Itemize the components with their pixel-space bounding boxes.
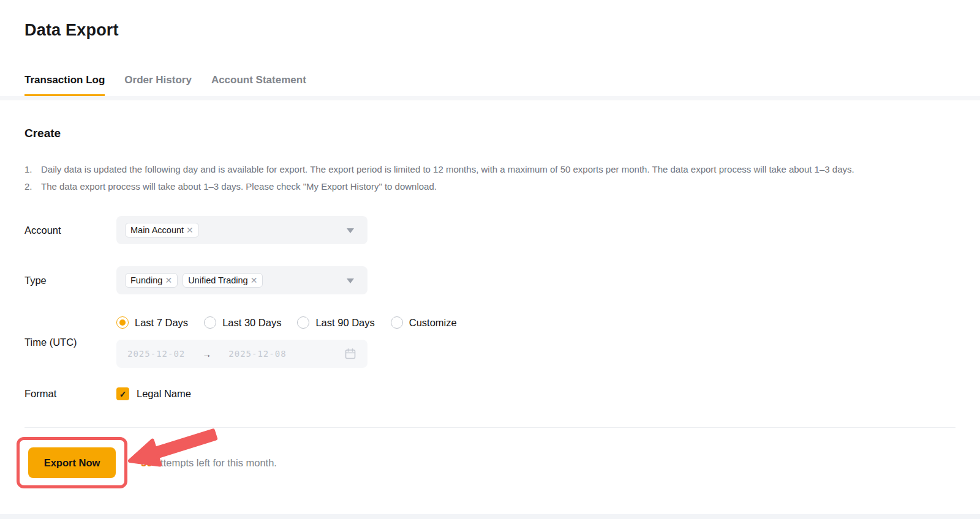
time-controls: Last 7 Days Last 30 Days Last 90 Days Cu… (116, 316, 457, 368)
note-number: 1. (24, 161, 41, 178)
tab-bar: Transaction Log Order History Account St… (24, 74, 956, 96)
caret-down-icon (347, 278, 354, 283)
note-text: Daily data is updated the following day … (41, 161, 854, 178)
page-title: Data Export (24, 21, 956, 40)
tab-transaction-log[interactable]: Transaction Log (24, 74, 105, 96)
tab-account-statement[interactable]: Account Statement (211, 74, 306, 96)
legal-name-checkbox[interactable]: ✓ (116, 387, 129, 400)
type-label: Type (24, 275, 116, 286)
radio-customize[interactable]: Customize (391, 316, 457, 329)
time-range-options: Last 7 Days Last 30 Days Last 90 Days Cu… (116, 316, 457, 329)
type-row: Type Funding ✕ Unified Trading ✕ (24, 266, 956, 294)
format-label: Format (24, 388, 116, 400)
radio-selected-icon (116, 316, 129, 329)
checkmark-icon: ✓ (119, 389, 127, 399)
type-tag: Unified Trading ✕ (183, 273, 263, 288)
format-control: ✓ Legal Name (116, 387, 191, 400)
page-bottom-strip (0, 514, 980, 519)
time-row: Time (UTC) Last 7 Days Last 30 Days Last… (24, 316, 956, 368)
note-item: 1. Daily data is updated the following d… (24, 161, 956, 178)
account-tag: Main Account ✕ (125, 223, 199, 237)
export-form: Account Main Account ✕ Type Funding ✕ Un… (24, 216, 956, 400)
type-tag-label: Funding (130, 275, 162, 285)
account-tag-label: Main Account (130, 225, 184, 235)
note-text: The data export process will take about … (41, 178, 437, 195)
remove-tag-icon[interactable]: ✕ (165, 275, 172, 285)
note-item: 2. The data export process will take abo… (24, 178, 956, 195)
radio-label: Last 7 Days (135, 317, 188, 329)
radio-label: Customize (409, 317, 457, 329)
attempts-remaining: 50 attempts left for this month. (141, 457, 277, 469)
radio-label: Last 30 Days (222, 317, 281, 329)
export-notes: 1. Daily data is updated the following d… (24, 161, 956, 195)
export-now-button[interactable]: Export Now (28, 447, 116, 478)
type-select[interactable]: Funding ✕ Unified Trading ✕ (116, 266, 368, 294)
date-start-value: 2025-12-02 (127, 349, 185, 359)
account-row: Account Main Account ✕ (24, 216, 956, 244)
time-label: Time (UTC) (24, 337, 116, 348)
radio-last-30-days[interactable]: Last 30 Days (204, 316, 281, 329)
radio-unselected-icon (297, 316, 309, 329)
radio-last-7-days[interactable]: Last 7 Days (116, 316, 188, 329)
account-select[interactable]: Main Account ✕ (116, 216, 368, 244)
radio-last-90-days[interactable]: Last 90 Days (297, 316, 374, 329)
footer-actions: Export Now 50 attempts left for this mon… (17, 437, 956, 488)
caret-down-icon (347, 228, 354, 233)
type-tag: Funding ✕ (125, 273, 178, 288)
remove-tag-icon[interactable]: ✕ (251, 275, 258, 285)
attempts-count: 50 (141, 457, 152, 468)
section-title: Create (24, 127, 956, 140)
radio-unselected-icon (391, 316, 403, 329)
type-tag-label: Unified Trading (188, 275, 248, 285)
note-number: 2. (24, 178, 41, 195)
footer-divider (24, 427, 956, 428)
account-label: Account (24, 225, 116, 236)
date-end-value: 2025-12-08 (228, 349, 286, 359)
header-separator (0, 96, 980, 100)
calendar-icon[interactable] (344, 348, 356, 360)
remove-tag-icon[interactable]: ✕ (186, 225, 194, 235)
checkbox-label: Legal Name (137, 388, 191, 400)
tab-order-history[interactable]: Order History (124, 74, 192, 96)
radio-label: Last 90 Days (315, 317, 374, 329)
format-row: Format ✓ Legal Name (24, 387, 956, 400)
annotation-highlight-box: Export Now (17, 437, 127, 488)
date-range-input[interactable]: 2025-12-02 → 2025-12-08 (116, 340, 368, 368)
attempts-text: attempts left for this month. (152, 457, 277, 468)
date-range-arrow-icon: → (202, 349, 211, 359)
radio-unselected-icon (204, 316, 216, 329)
page-header: Data Export Transaction Log Order Histor… (0, 0, 980, 96)
main-content: Create 1. Daily data is updated the foll… (0, 127, 980, 488)
